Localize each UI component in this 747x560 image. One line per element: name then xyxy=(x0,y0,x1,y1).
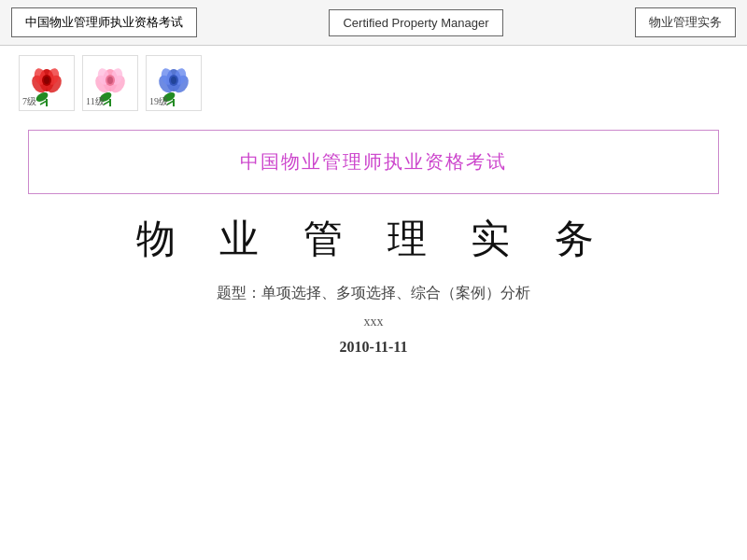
flower-item-blue[interactable]: 19级 xyxy=(146,55,202,111)
flower-item-pink[interactable]: 11级 xyxy=(82,55,138,111)
header-center-label: Certified Property Manager xyxy=(343,16,488,30)
title-box: 中国物业管理师执业资格考试 xyxy=(28,130,719,194)
svg-point-29 xyxy=(171,77,176,84)
flower-label-pink: 11级 xyxy=(86,95,105,108)
header-left-box: 中国物业管理师执业资格考试 xyxy=(11,7,197,37)
subtitle: 题型：单项选择、多项选择、综合（案例）分析 xyxy=(0,284,747,303)
main-content: 物 业 管 理 实 务 题型：单项选择、多项选择、综合（案例）分析 xxx 20… xyxy=(0,213,747,356)
flower-row: 7级 11级 19级 xyxy=(0,46,747,120)
header-right-label: 物业管理实务 xyxy=(649,15,722,29)
author: xxx xyxy=(0,315,747,329)
flower-label-blue: 19级 xyxy=(149,95,168,108)
main-title: 物 业 管 理 实 务 xyxy=(0,213,747,265)
title-box-text: 中国物业管理师执业资格考试 xyxy=(240,151,507,172)
flower-label-red: 7级 xyxy=(22,95,36,108)
svg-point-9 xyxy=(44,77,49,84)
svg-point-19 xyxy=(107,77,113,84)
header-center-box: Certified Property Manager xyxy=(329,9,502,36)
header-left-label: 中国物业管理师执业资格考试 xyxy=(25,15,183,29)
header-right-box: 物业管理实务 xyxy=(635,7,736,37)
header-bar: 中国物业管理师执业资格考试 Certified Property Manager… xyxy=(0,0,747,46)
flower-item-red[interactable]: 7级 xyxy=(19,55,75,111)
date: 2010-11-11 xyxy=(0,339,747,356)
